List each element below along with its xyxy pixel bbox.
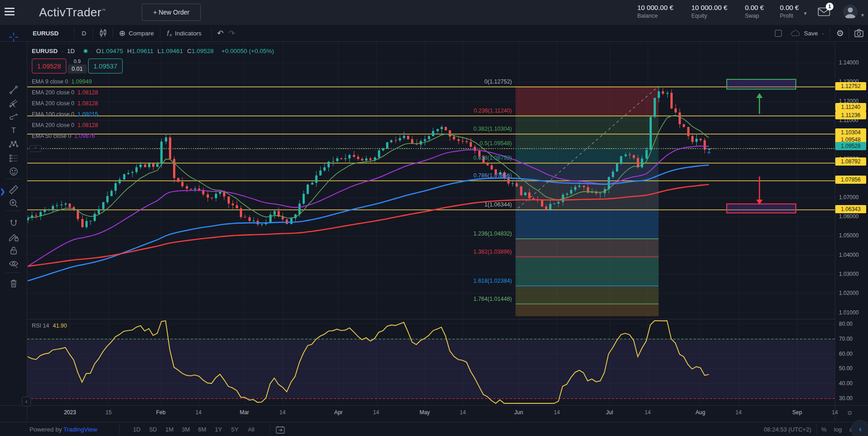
percent-scale-button[interactable]: % [821, 426, 827, 433]
range-button-1d[interactable]: 1D [129, 424, 145, 435]
compare-button[interactable]: ⊕ Compare [119, 25, 154, 41]
rsi-value: 41.90 [53, 323, 67, 329]
trend-line-icon[interactable] [6, 83, 21, 96]
alert-price-badge[interactable]: 1.11240 [835, 103, 866, 111]
fib-level-label: 0.382(1.10304) [473, 126, 512, 132]
buy-ask-button[interactable]: 1.09537 [88, 59, 123, 73]
lock-all-icon[interactable] [6, 244, 21, 257]
fib-level-label: 0.786(1.07856) [473, 172, 512, 179]
indicator-legend-row[interactable]: EMA 50 close 01.09876 [32, 133, 98, 144]
alert-price-badge[interactable]: 1.08792 [835, 157, 866, 166]
indicator-legend-row[interactable]: EMA 200 close 01.08128 [32, 122, 98, 133]
collapse-panel-chevron-button[interactable]: ‹ [851, 420, 868, 436]
fib-level-label: 0(1.12752) [485, 78, 512, 85]
menu-icon[interactable] [5, 8, 15, 17]
screenshot-camera-icon[interactable] [854, 25, 864, 41]
ohlc-value: 1.09475 [101, 48, 123, 54]
alert-price-badge[interactable]: 1.12752 [835, 82, 866, 90]
range-button-1m[interactable]: 1M [161, 424, 178, 435]
rsi-pane-collapse-button[interactable]: ‹ [22, 397, 31, 407]
alert-price-badge[interactable]: 1.07856 [835, 176, 866, 184]
price-tick-label: 1.14000 [839, 59, 858, 66]
chevron-down-icon[interactable]: ▼ [860, 13, 865, 18]
price-tick-label: 1.04000 [839, 252, 858, 258]
indicator-legend-row[interactable]: EMA 200 close 01.08128 [32, 89, 98, 100]
interval-button[interactable]: D [82, 25, 86, 41]
go-to-date-icon[interactable] [275, 425, 285, 434]
profit-label: Profit [780, 13, 799, 19]
alert-price-badge[interactable]: 1.11236 [835, 111, 866, 119]
time-tick-label: May [420, 409, 430, 416]
ohlc-value: 1.09528 [192, 48, 214, 54]
legend-symbol[interactable]: EURUSD [32, 48, 58, 54]
time-tick-label: 14 [832, 409, 838, 416]
crosshair-icon[interactable] [6, 31, 21, 44]
alert-price-badge[interactable]: 1.06343 [835, 205, 866, 213]
balance-value: 10 000.00 € [637, 4, 673, 11]
sell-bid-button[interactable]: 1.09528 [32, 59, 66, 73]
function-icon: ƒx [166, 29, 172, 37]
remove-drawings-trash-icon[interactable] [6, 277, 21, 289]
session-clock[interactable]: 08:24:53 (UTC+2) [764, 426, 811, 433]
ohlc-key: O [96, 48, 101, 54]
fib-level-label: 0.5(1.09548) [480, 140, 512, 147]
fib-level-label: 1.236(1.04832) [473, 230, 512, 237]
ohlc-key: C [187, 48, 192, 54]
indicators-button[interactable]: ƒx Indicators [166, 25, 202, 41]
settings-gear-icon[interactable]: ⚙ [836, 25, 844, 41]
legend-interval[interactable]: 1D [67, 48, 75, 54]
range-button-1y[interactable]: 1Y [210, 424, 227, 435]
balance-stat: 10 000.00 € Balance [637, 4, 673, 19]
gann-fib-tools-icon[interactable] [6, 97, 21, 110]
date-range-buttons: 1D5D1M3M6M1Y5YAll [129, 424, 259, 435]
price-chart-canvas[interactable] [27, 42, 835, 405]
open-panel-chevron-icon[interactable]: ❯ [0, 188, 5, 195]
price-scale[interactable]: 1.140001.130001.120001.110001.100001.090… [835, 42, 868, 421]
time-axis[interactable]: 202315Feb14Mar14Apr14May14Jun14Jul14Aug1… [27, 405, 835, 421]
layout-checkbox[interactable] [775, 25, 782, 41]
range-button-5d[interactable]: 5D [145, 424, 161, 435]
undo-icon[interactable]: ↶ [217, 25, 223, 41]
hide-all-eye-icon[interactable] [6, 258, 21, 270]
drawing-mode-lock-icon[interactable] [6, 230, 21, 243]
measure-ruler-icon[interactable] [6, 183, 21, 196]
fib-level-label: 1.764(1.01448) [473, 296, 512, 302]
swap-value: 0.00 € [745, 4, 764, 11]
swap-stat: 0.00 € Swap [745, 4, 764, 19]
range-button-all[interactable]: All [243, 424, 259, 435]
redo-icon[interactable]: ↷ [228, 25, 235, 41]
indicator-legend-row[interactable]: EMA 9 close 01.09949 [32, 78, 98, 89]
indicator-legend-row[interactable]: EMA 100 close 01.09215 [32, 111, 98, 122]
market-status-dot[interactable] [83, 49, 88, 54]
chart-style-icon[interactable] [98, 25, 108, 41]
legend-collapse-button[interactable]: ⌃ [30, 145, 41, 152]
avatar[interactable] [843, 5, 858, 19]
symbol-search-button[interactable]: EURUSD [33, 25, 59, 41]
range-button-3m[interactable]: 3M [178, 424, 194, 435]
zoom-in-icon[interactable] [6, 197, 21, 210]
indicator-legend-row[interactable]: EMA 200 close 01.08128 [32, 100, 98, 111]
compare-icon: ⊕ [119, 29, 125, 38]
current-price-badge[interactable]: 1.09528 [835, 142, 866, 150]
tradingview-link[interactable]: TradingView [64, 426, 97, 433]
profit-stat: 0.00 € Profit [780, 4, 799, 19]
prediction-tool-icon[interactable] [6, 152, 21, 164]
chevron-down-icon[interactable]: ▼ [803, 11, 808, 16]
emoji-icon[interactable] [6, 165, 21, 178]
time-tick-label: Jul [606, 409, 613, 416]
save-layout-button[interactable]: Save ⌄ [790, 25, 824, 41]
fib-level-label: 0.618(1.08792) [473, 155, 512, 161]
log-scale-button[interactable]: log [834, 426, 842, 433]
rsi-tick-label: 30.00 [839, 395, 853, 402]
range-button-6m[interactable]: 6M [194, 424, 210, 435]
magnet-icon[interactable] [6, 217, 21, 230]
time-tick-label: 14 [195, 409, 201, 416]
new-order-button[interactable]: + New Order [142, 4, 201, 21]
time-tick-label: 15 [105, 409, 111, 416]
theme-sun-icon[interactable]: ☼ [846, 408, 853, 417]
brush-icon[interactable] [6, 111, 21, 123]
range-button-5y[interactable]: 5Y [227, 424, 243, 435]
xabcd-pattern-icon[interactable] [6, 138, 21, 151]
time-tick-label: Feb [156, 409, 166, 416]
text-tool-icon[interactable]: T [6, 124, 21, 137]
